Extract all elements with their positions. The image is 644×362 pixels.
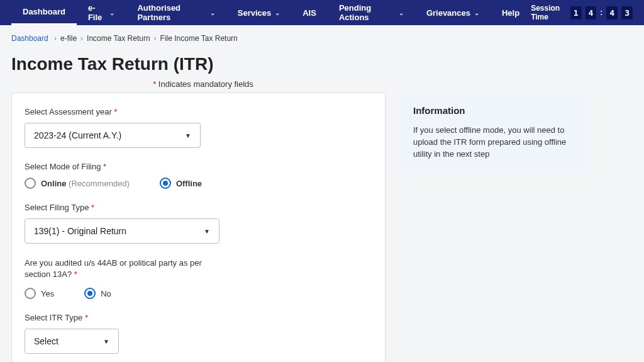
form-card: Select Assessment year * 2023-24 (Curren… xyxy=(11,93,386,362)
audit-label: Are you audited u/s 44AB or political pa… xyxy=(25,257,213,280)
nav-e-file[interactable]: e-File⌄ xyxy=(77,0,126,25)
nav-help[interactable]: Help xyxy=(491,0,531,25)
chevron-down-icon: ▼ xyxy=(103,338,109,345)
chevron-down-icon: ⌄ xyxy=(474,9,479,16)
mode-label: Select Mode of Filing * xyxy=(25,162,372,171)
nav-authorised-partners[interactable]: Authorised Partners⌄ xyxy=(126,0,226,25)
filing-type-select[interactable]: 139(1) - Original Return ▼ xyxy=(25,218,219,244)
chevron-down-icon: ⌄ xyxy=(109,9,114,16)
nav-pending-actions[interactable]: Pending Actions⌄ xyxy=(328,0,415,25)
itr-type-select[interactable]: Select ▼ xyxy=(25,329,119,354)
page-title: Income Tax Return (ITR) xyxy=(11,54,633,74)
breadcrumb-root[interactable]: Dashboard xyxy=(11,34,48,43)
nav-services[interactable]: Services⌄ xyxy=(226,0,292,25)
filing-type-label: Select Filing Type * xyxy=(25,203,372,212)
nav-ais[interactable]: AIS xyxy=(291,0,328,25)
ay-value: 2023-24 (Current A.Y.) xyxy=(34,130,121,140)
mandatory-note: * Indicates mandatory fields xyxy=(11,79,395,89)
top-nav: Dashboarde-File⌄Authorised Partners⌄Serv… xyxy=(0,0,644,25)
radio-icon xyxy=(25,178,36,189)
radio-icon xyxy=(84,288,96,299)
session-time: Session Time14:43 xyxy=(531,4,633,21)
nav-grievances[interactable]: Grievances⌄ xyxy=(415,0,491,25)
breadcrumb-item: File Income Tax Return xyxy=(160,34,238,43)
itr-value: Select xyxy=(34,336,58,346)
chevron-down-icon: ⌄ xyxy=(275,9,280,16)
chevron-down-icon: ⌄ xyxy=(399,9,404,16)
breadcrumb: Dashboard ›e-file›Income Tax Return›File… xyxy=(0,25,644,43)
mode-online-radio[interactable]: Online (Recommended) xyxy=(25,178,130,189)
radio-icon xyxy=(160,178,171,189)
radio-icon xyxy=(25,288,36,299)
info-title: Information xyxy=(413,105,574,116)
itr-type-label: Select ITR Type * xyxy=(25,313,372,322)
chevron-down-icon: ▼ xyxy=(204,228,210,235)
chevron-down-icon: ⌄ xyxy=(210,9,215,16)
breadcrumb-item: Income Tax Return xyxy=(87,34,150,43)
assessment-year-select[interactable]: 2023-24 (Current A.Y.) ▼ xyxy=(25,123,201,148)
audit-no-radio[interactable]: No xyxy=(84,288,111,299)
breadcrumb-item: e-file xyxy=(60,34,77,43)
filing-value: 139(1) - Original Return xyxy=(34,226,126,236)
chevron-down-icon: ▼ xyxy=(185,132,191,139)
info-panel: Information If you select offline mode, … xyxy=(399,93,588,173)
audit-yes-radio[interactable]: Yes xyxy=(25,288,54,299)
info-body: If you select offline mode, you will nee… xyxy=(413,125,574,161)
ay-label: Select Assessment year * xyxy=(25,107,372,116)
nav-dashboard[interactable]: Dashboard xyxy=(11,0,77,25)
mode-offline-radio[interactable]: Offline xyxy=(160,178,202,189)
